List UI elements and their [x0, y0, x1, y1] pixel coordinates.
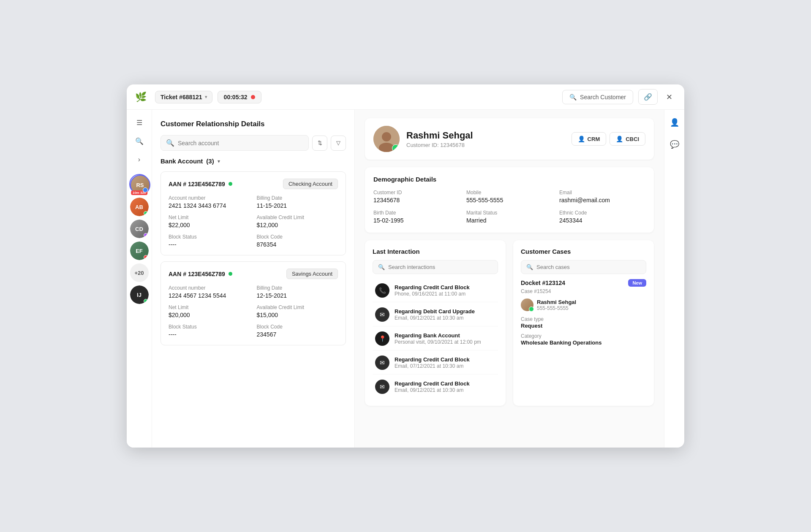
avatar-red-dot — [144, 255, 148, 259]
account-card: AAN # 123E456Z789 Savings Account Accoun… — [161, 261, 346, 345]
account-type-badge: Savings Account — [286, 269, 338, 279]
demo-field-label: Email — [559, 190, 645, 195]
demo-field-value: Married — [466, 217, 486, 224]
avatar-item-active[interactable]: RS 10m 32s — [129, 174, 150, 194]
interaction-search-input[interactable] — [388, 264, 493, 270]
net-limit-value: $22,000 — [169, 222, 190, 228]
main-layout: ☰ 🔍 › RS 10m 32s AB CD EF — [127, 110, 684, 448]
interaction-item[interactable]: 📞 Regarding Credit Card Block Phone, 09/… — [373, 279, 498, 302]
account-number-value: 1224 4567 1234 5544 — [169, 292, 226, 299]
category-value: Wholesale Banking Operations — [521, 339, 646, 346]
interaction-title: Regarding Bank Account — [395, 332, 481, 339]
interaction-title: Regarding Credit Card Block — [395, 356, 470, 363]
block-code-value: 876354 — [257, 241, 277, 248]
avatar-item-bottom[interactable]: IJ — [130, 285, 149, 304]
avail-credit-value: $15,000 — [257, 312, 278, 318]
account-number-label: Account number — [169, 285, 250, 291]
avatar-item-3[interactable]: EF — [130, 242, 149, 260]
cbci-button[interactable]: 👤 CBCI — [610, 132, 645, 146]
link-button[interactable]: 🔗 — [638, 89, 658, 105]
section-chevron-icon[interactable]: ▾ — [218, 158, 220, 164]
demo-field: Birth Date15-02-1995 — [373, 210, 460, 224]
filter-button[interactable]: ▽ — [331, 136, 346, 151]
interaction-item[interactable]: ✉ Regarding Debit Card Upgrade Email, 09… — [373, 303, 498, 326]
cases-search-icon: 🔍 — [526, 264, 533, 270]
block-code-label: Block Code — [257, 234, 338, 240]
interaction-item[interactable]: 📍 Regarding Bank Account Personal visit,… — [373, 327, 498, 350]
block-status-field: Block Status ---- — [169, 324, 250, 338]
demographic-title: Demographic Details — [373, 176, 645, 183]
search-customer-button[interactable]: 🔍 Search Customer — [562, 90, 633, 104]
last-interaction-title: Last Interaction — [373, 248, 498, 255]
expand-button[interactable]: › — [132, 152, 147, 167]
cases-search-input[interactable] — [536, 264, 641, 270]
interaction-search-bar: 🔍 — [373, 260, 498, 274]
account-card: AAN # 123E456Z789 Checking Account Accou… — [161, 171, 346, 255]
interaction-item[interactable]: ✉ Regarding Credit Card Block Email, 09/… — [373, 375, 498, 398]
account-details-grid: Account number 1224 4567 1234 5544 Billi… — [169, 285, 338, 338]
account-number-label: Account number — [169, 195, 250, 201]
user-profile-button[interactable]: 👤 — [667, 115, 682, 130]
billing-date-field: Billing Date 12-15-2021 — [257, 285, 338, 299]
ticket-label: Ticket #688121 — [161, 94, 202, 100]
case-agent-avatar — [521, 299, 533, 311]
demo-field-label: Mobile — [466, 190, 552, 195]
search-customer-label: Search Customer — [580, 94, 626, 100]
case-agent-phone: 555-555-5555 — [537, 305, 576, 311]
demo-field-value: 15-02-1995 — [373, 217, 404, 224]
block-status-label: Block Status — [169, 324, 250, 330]
account-active-dot — [229, 182, 232, 186]
billing-date-field: Billing Date 11-15-2021 — [257, 195, 338, 209]
close-button[interactable]: ✕ — [663, 91, 676, 103]
ticket-badge[interactable]: Ticket #688121 ▾ — [155, 91, 212, 103]
bottom-row: Last Interaction 🔍 📞 Regarding Credit Ca… — [365, 240, 654, 406]
demographic-grid: Customer ID12345678Mobile555-555-5555Ema… — [373, 190, 645, 224]
avatar-item-1[interactable]: AB — [130, 198, 149, 216]
net-limit-label: Net Limit — [169, 214, 250, 220]
billing-date-label: Billing Date — [257, 285, 338, 291]
new-badge: New — [628, 279, 646, 287]
search-icon: 🔍 — [569, 94, 577, 100]
account-aan: AAN # 123E456Z789 — [169, 271, 232, 277]
net-limit-field: Net Limit $22,000 — [169, 214, 250, 229]
block-code-value: 234567 — [257, 331, 277, 338]
case-agent-name: Rashmi Sehgal — [537, 299, 576, 305]
interaction-item[interactable]: ✉ Regarding Credit Card Block Email, 07/… — [373, 351, 498, 375]
left-panel: Customer Relationship Details 🔍 ⇅ ▽ Bank… — [152, 110, 355, 448]
interaction-list: 📞 Regarding Credit Card Block Phone, 09/… — [373, 279, 498, 398]
net-limit-label: Net Limit — [169, 304, 250, 310]
avatar-purple-dot — [144, 233, 148, 237]
interaction-title: Regarding Credit Card Block — [395, 380, 470, 387]
bank-account-count: (3) — [206, 157, 214, 165]
account-search-input[interactable] — [178, 140, 303, 147]
avatar-green-dot — [144, 299, 148, 303]
customer-header-card: ✓ Rashmi Sehgal Customer ID: 12345678 👤 … — [365, 118, 654, 160]
bank-account-label: Bank Account — [161, 157, 203, 165]
category-label: Category — [521, 333, 646, 339]
interaction-text: Regarding Credit Card Block Email, 09/12… — [395, 380, 470, 393]
menu-button[interactable]: ☰ — [132, 115, 147, 130]
avatar-list: RS 10m 32s AB CD EF +20 IJ — [129, 174, 150, 304]
avatar-item-2[interactable]: CD — [130, 220, 149, 238]
avail-credit-field: Available Credit Limit $15,000 — [257, 304, 338, 319]
account-header: AAN # 123E456Z789 Savings Account — [169, 269, 338, 279]
sidebar-search-button[interactable]: 🔍 — [132, 133, 147, 149]
svg-point-1 — [382, 132, 391, 141]
topbar: 🌿 Ticket #688121 ▾ 00:05:32 🔍 Search Cus… — [127, 84, 684, 110]
block-status-value: ---- — [169, 331, 177, 338]
left-sidebar: ☰ 🔍 › RS 10m 32s AB CD EF — [127, 110, 152, 448]
block-status-value: ---- — [169, 241, 177, 248]
demo-field: Customer ID12345678 — [373, 190, 460, 204]
case-meta: Case type Request Category Wholesale Ban… — [521, 316, 646, 346]
avail-credit-value: $12,000 — [257, 222, 278, 228]
avail-credit-label: Available Credit Limit — [257, 214, 338, 220]
demo-field-label: Marital Status — [466, 210, 552, 216]
sort-filter-button[interactable]: ⇅ — [312, 136, 327, 151]
interaction-title: Regarding Credit Card Block — [395, 284, 470, 290]
chat-button[interactable]: 💬 — [667, 137, 682, 152]
block-status-label: Block Status — [169, 234, 250, 240]
customer-name-area: Rashmi Sehgal Customer ID: 12345678 — [406, 130, 565, 148]
more-avatars-button[interactable]: +20 — [130, 263, 149, 282]
account-aan: AAN # 123E456Z789 — [169, 181, 232, 187]
crm-button[interactable]: 👤 CRM — [572, 132, 607, 146]
